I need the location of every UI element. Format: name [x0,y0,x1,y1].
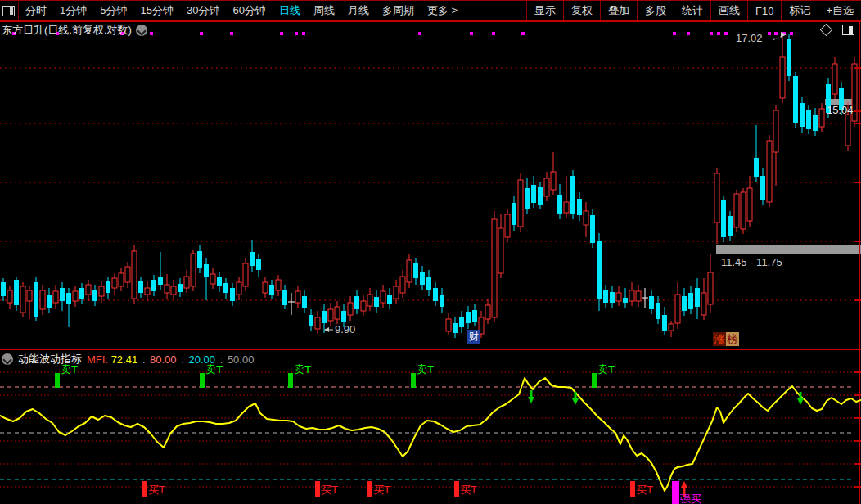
down-candle [60,288,65,301]
indicator-name[interactable]: 动能波动指标 [18,352,82,367]
tab-30min[interactable]: 30分钟 [187,3,219,18]
menu-f10[interactable]: F10 [747,1,781,20]
buy-marker-label: 买T [460,484,477,496]
up-candle [171,286,176,295]
menu-statistics[interactable]: 统计 [674,1,710,20]
tab-more[interactable]: 更多 > [427,3,458,18]
down-arrow-head [797,398,804,405]
up-candle [819,109,824,127]
gap-band [716,245,861,254]
buy-marker-bar [315,481,320,497]
sell-marker-label: 卖T [417,363,434,376]
signal-dot [774,32,778,35]
up-candle [53,291,58,303]
up-candle [20,286,25,313]
down-candle [728,216,733,236]
up-candle [701,293,706,315]
down-candle [682,296,687,311]
window-split-icon[interactable] [2,6,15,16]
down-candle [656,303,660,319]
up-candle [714,173,719,223]
up-candle [773,110,778,152]
sell-marker-bar [288,373,293,388]
down-candle [721,200,726,237]
news-badge[interactable]: 财 [467,330,480,344]
menu-adjust[interactable]: 复权 [563,1,600,20]
down-candle [597,241,602,299]
tab-60min[interactable]: 60分钟 [232,3,265,18]
tab-weekly[interactable]: 周线 [313,3,335,18]
up-candle [276,280,281,290]
signal-dot [295,32,298,35]
signal-dot [768,32,771,35]
menu-add-watchlist[interactable]: +自选 [818,1,861,20]
up-candle [348,303,353,315]
pane-layout-icon[interactable] [842,25,854,35]
tab-1min[interactable]: 1分钟 [60,3,87,18]
down-candle [256,259,261,270]
up-candle [767,141,772,202]
stock-title: 东方日升(日线.前复权.对数) [2,23,132,38]
up-candle [564,202,569,213]
down-candle [217,277,222,286]
up-candle [112,278,117,288]
tab-5min[interactable]: 5分钟 [100,3,127,18]
down-candle [531,185,536,203]
up-candle [27,290,32,301]
up-candle [367,295,372,306]
menu-display[interactable]: 显示 [526,1,563,20]
menu-draw-line[interactable]: 画线 [710,1,747,20]
tab-multi-period[interactable]: 多周期 [382,3,414,18]
rank-badge-char1: 涨 [713,332,726,346]
tab-fenshi[interactable]: 分时 [25,3,47,18]
high-price-label: 17.02 [736,33,763,44]
down-candle [472,310,477,322]
tab-monthly[interactable]: 月线 [348,3,369,18]
sell-marker-label: 卖T [597,363,615,376]
up-candle [145,288,150,295]
indicator-chevron-icon[interactable] [2,353,13,365]
up-candle [734,194,739,227]
up-candle [7,290,12,303]
signal-dot [302,32,305,35]
up-candle [361,301,366,311]
tab-15min[interactable]: 15分钟 [140,3,173,18]
down-candle [800,103,805,127]
menu-multi-stock[interactable]: 多股 [637,1,674,20]
down-candle [813,115,818,131]
down-arrow-head [528,397,534,403]
up-candle [184,277,189,288]
diamond-icon[interactable] [820,24,833,37]
mfi-param-mid: 50.00 [228,353,255,366]
low-price-label: 9.90 [335,324,355,335]
up-candle [315,317,320,329]
trading-app-window: 卖T卖T卖T卖T卖T买T买T买T买T买T强买 分时 1分钟 5分钟 15分钟 3… [0,0,861,504]
rank-badge[interactable]: 涨 榜 [713,332,739,346]
low-arrow-head [324,327,329,332]
down-candle [204,264,209,277]
down-candle [590,215,595,243]
up-candle [708,272,713,304]
mfi-param-low: 20.00 [188,353,215,366]
up-candle [119,273,124,286]
menu-overlay[interactable]: 叠加 [600,1,637,20]
down-candle [662,315,667,331]
up-candle [616,293,621,301]
chevron-down-icon[interactable] [136,25,147,36]
down-candle [269,285,274,295]
up-candle [191,254,196,286]
down-candle [649,296,654,309]
down-candle [623,298,628,303]
down-candle [577,199,582,215]
sell-marker-bar [592,373,597,388]
chart-canvas[interactable]: 卖T卖T卖T卖T卖T买T买T买T买T买T强买 [0,0,861,504]
down-candle [525,188,530,209]
down-candle [695,288,700,307]
down-candle [793,76,798,123]
buy-marker-label: 买T [373,484,390,496]
signal-dot [724,32,728,35]
tab-daily-active[interactable]: 日线 [279,3,300,18]
up-candle [400,277,405,293]
down-candle [47,295,52,308]
menu-mark[interactable]: 标记 [781,1,818,20]
